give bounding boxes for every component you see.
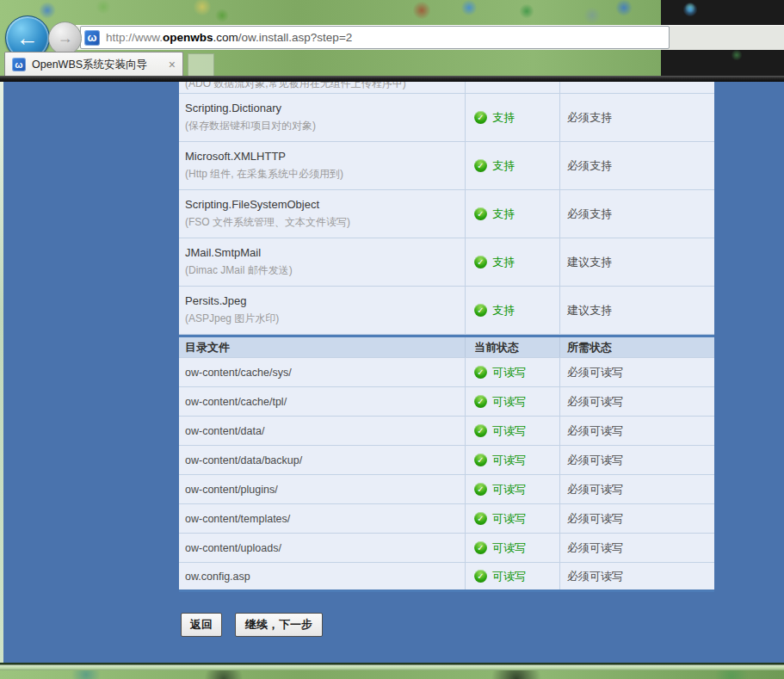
check-icon: ✓ bbox=[474, 483, 487, 496]
table-row: ow.config.asp ✓ 可读写 必须可读写 bbox=[179, 563, 714, 592]
required-cell: 必须可读写 bbox=[559, 446, 714, 474]
wizard-actions: 返回 继续，下一步 bbox=[181, 613, 323, 637]
status-cell: ✓ 可读写 bbox=[465, 504, 559, 533]
check-icon: ✓ bbox=[474, 541, 487, 554]
check-icon: ✓ bbox=[474, 395, 487, 408]
table-row: Scripting.FileSystemObject (FSO 文件系统管理、文… bbox=[179, 190, 714, 238]
forward-button[interactable]: → bbox=[48, 22, 82, 55]
check-icon: ✓ bbox=[474, 207, 487, 220]
required-cell: 必须可读写 bbox=[559, 504, 714, 533]
status-text: 可读写 bbox=[492, 511, 526, 527]
continue-next-button[interactable]: 继续，下一步 bbox=[235, 613, 323, 637]
window-bottom-border bbox=[0, 663, 784, 670]
component-cell: JMail.SmtpMail (Dimac JMail 邮件发送) bbox=[179, 246, 465, 278]
status-text: 支持 bbox=[492, 110, 515, 126]
status-text: 可读写 bbox=[492, 365, 526, 380]
url-text: http://www.openwbs.com/ow.install.asp?st… bbox=[106, 31, 352, 44]
back-step-button[interactable]: 返回 bbox=[181, 613, 222, 637]
close-tab-icon[interactable]: × bbox=[169, 59, 176, 71]
status-cell: ✓ 可读写 bbox=[465, 534, 559, 562]
table-row: Microsoft.XMLHTTP (Http 组件, 在采集系统中必须用到) … bbox=[179, 142, 714, 190]
check-icon: ✓ bbox=[474, 366, 487, 379]
component-name: Microsoft.XMLHTTP bbox=[185, 150, 465, 163]
required-cell: 必须支持 bbox=[559, 94, 714, 141]
file-path: ow-content/data/ bbox=[179, 425, 465, 437]
required-cell: 必须可读写 bbox=[559, 417, 714, 445]
component-desc: (ADO 数据流对象,常见被用在无组件上传程序中) bbox=[179, 82, 465, 93]
required-cell: 必须可读写 bbox=[559, 563, 714, 589]
table-row: Scripting.Dictionary (保存数据键和项目对的对象) ✓ 支持… bbox=[179, 94, 714, 142]
required-cell: 建议支持 bbox=[559, 287, 714, 334]
required-cell: 必须可读写 bbox=[559, 475, 714, 503]
check-icon: ✓ bbox=[474, 111, 487, 124]
table-row: ow-content/cache/tpl/ ✓ 可读写 必须可读写 bbox=[179, 387, 714, 417]
table-row: ow-content/data/ ✓ 可读写 必须可读写 bbox=[179, 417, 714, 446]
component-name: Persits.Jpeg bbox=[185, 294, 465, 307]
status-cell: ✓ 支持 bbox=[465, 142, 559, 189]
status-cell bbox=[465, 82, 559, 93]
new-tab-button[interactable] bbox=[188, 53, 214, 77]
table-row: JMail.SmtpMail (Dimac JMail 邮件发送) ✓ 支持 建… bbox=[179, 238, 714, 287]
status-text: 可读写 bbox=[492, 423, 526, 439]
status-cell: ✓ 可读写 bbox=[465, 387, 559, 416]
component-desc: (Dimac JMail 邮件发送) bbox=[185, 263, 465, 278]
required-cell: 建议支持 bbox=[559, 238, 714, 286]
file-path: ow-content/data/backup/ bbox=[179, 454, 465, 466]
status-cell: ✓ 支持 bbox=[465, 287, 559, 334]
status-text: 可读写 bbox=[492, 453, 526, 468]
status-cell: ✓ 支持 bbox=[465, 238, 559, 286]
component-cell: Microsoft.XMLHTTP (Http 组件, 在采集系统中必须用到) bbox=[179, 150, 465, 182]
component-name: JMail.SmtpMail bbox=[185, 246, 465, 259]
forward-arrow-icon: → bbox=[58, 29, 73, 47]
header-required: 所需状态 bbox=[559, 337, 714, 357]
check-icon: ✓ bbox=[474, 454, 487, 466]
component-cell: Scripting.Dictionary (保存数据键和项目对的对象) bbox=[179, 102, 465, 133]
status-cell: ✓ 支持 bbox=[465, 190, 559, 238]
status-text: 支持 bbox=[492, 303, 515, 318]
screenshot-canvas: ω http://www.openwbs.com/ow.install.asp?… bbox=[0, 0, 784, 679]
check-icon: ✓ bbox=[474, 256, 487, 269]
table-row: ow-content/plugins/ ✓ 可读写 必须可读写 bbox=[179, 475, 714, 504]
status-text: 支持 bbox=[492, 158, 515, 174]
table-row: ow-content/data/backup/ ✓ 可读写 必须可读写 bbox=[179, 446, 714, 475]
required-cell bbox=[559, 82, 714, 93]
status-text: 支持 bbox=[492, 207, 515, 222]
status-cell: ✓ 可读写 bbox=[465, 475, 559, 503]
back-arrow-icon: ← bbox=[16, 25, 39, 52]
status-text: 支持 bbox=[492, 255, 515, 270]
address-bar[interactable]: ω http://www.openwbs.com/ow.install.asp?… bbox=[80, 26, 670, 49]
url-tld: .com bbox=[213, 31, 238, 44]
tab-favicon-icon: ω bbox=[12, 58, 26, 71]
file-path: ow-content/uploads/ bbox=[179, 542, 465, 554]
status-cell: ✓ 可读写 bbox=[465, 417, 559, 445]
required-cell: 必须可读写 bbox=[559, 387, 714, 416]
browser-tab[interactable]: ω OpenWBS系统安装向导 × bbox=[4, 52, 183, 77]
file-path: ow.config.asp bbox=[179, 571, 465, 583]
chrome-bottom-edge bbox=[0, 76, 784, 82]
component-name: Scripting.Dictionary bbox=[185, 102, 465, 114]
component-desc: (保存数据键和项目对的对象) bbox=[185, 119, 465, 133]
url-protocol: http://www. bbox=[106, 31, 163, 44]
url-path: /ow.install.asp?step=2 bbox=[238, 31, 352, 44]
check-icon: ✓ bbox=[474, 304, 487, 317]
required-cell: 必须可读写 bbox=[559, 358, 714, 386]
component-desc: (FSO 文件系统管理、文本文件读写) bbox=[185, 215, 465, 230]
required-cell: 必须支持 bbox=[559, 142, 714, 189]
status-text: 可读写 bbox=[492, 569, 526, 584]
file-path: ow-content/templates/ bbox=[179, 513, 465, 525]
status-cell: ✓ 可读写 bbox=[465, 446, 559, 474]
table-row: ow-content/uploads/ ✓ 可读写 必须可读写 bbox=[179, 534, 714, 563]
tab-title: OpenWBS系统安装向导 bbox=[32, 58, 163, 72]
status-text: 可读写 bbox=[492, 482, 526, 497]
install-check-tables: (ADO 数据流对象,常见被用在无组件上传程序中) Scripting.Dict… bbox=[179, 82, 714, 592]
openwbs-favicon-icon: ω bbox=[84, 30, 100, 46]
file-path: ow-content/cache/tpl/ bbox=[179, 396, 465, 408]
file-path: ow-content/cache/sys/ bbox=[179, 367, 465, 379]
component-name: Scripting.FileSystemObject bbox=[185, 198, 465, 211]
component-cell: Persits.Jpeg (ASPJpeg 图片水印) bbox=[179, 294, 465, 326]
table-row: ow-content/templates/ ✓ 可读写 必须可读写 bbox=[179, 504, 714, 534]
file-path: ow-content/plugins/ bbox=[179, 484, 465, 496]
status-cell: ✓ 可读写 bbox=[465, 358, 559, 386]
table-row: Persits.Jpeg (ASPJpeg 图片水印) ✓ 支持 建议支持 bbox=[179, 287, 714, 335]
status-cell: ✓ 可读写 bbox=[465, 563, 559, 589]
